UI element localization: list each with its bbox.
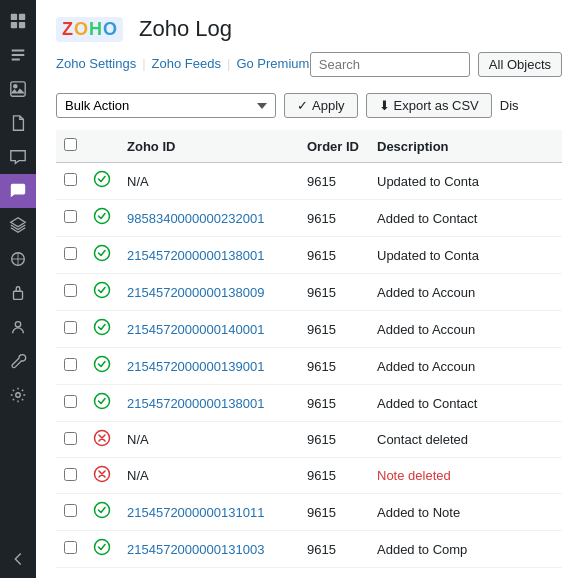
select-all-checkbox[interactable] xyxy=(64,138,77,151)
row-status-cell xyxy=(85,385,119,422)
table-row: N/A9615Contact deleted xyxy=(56,422,562,458)
sidebar-item-dashboard[interactable] xyxy=(0,4,36,38)
sidebar-item-media[interactable] xyxy=(0,72,36,106)
table-row: N/A9615Note deleted xyxy=(56,458,562,494)
row-zoho-id: 2154572000000138001 xyxy=(119,385,299,422)
row-description: Updated to Conta xyxy=(369,237,562,274)
zoho-id-link[interactable]: 2154572000000138001 xyxy=(127,248,264,263)
row-description: Added to Accoun xyxy=(369,311,562,348)
row-checkbox[interactable] xyxy=(64,247,77,260)
svg-point-11 xyxy=(95,209,110,224)
row-zoho-id: 2154572000000138009 xyxy=(119,274,299,311)
search-row: All Objects xyxy=(310,52,562,77)
nav-zoho-feeds[interactable]: Zoho Feeds xyxy=(152,56,221,71)
svg-point-4 xyxy=(13,84,17,89)
all-objects-button[interactable]: All Objects xyxy=(478,52,562,77)
sidebar-item-settings[interactable] xyxy=(0,378,36,412)
row-description: Note deleted xyxy=(369,458,562,494)
export-csv-button[interactable]: ⬇ Export as CSV xyxy=(366,93,492,118)
sidebar xyxy=(0,0,36,578)
svg-point-12 xyxy=(95,246,110,261)
nav-links: Zoho Settings | Zoho Feeds | Go Premium xyxy=(56,56,309,71)
zoho-id-link[interactable]: 2154572000000138009 xyxy=(127,285,264,300)
row-checkbox-cell xyxy=(56,531,85,568)
main-content: ZOHO Zoho Log Zoho Settings | Zoho Feeds… xyxy=(36,0,582,578)
sidebar-item-comments[interactable] xyxy=(0,140,36,174)
zoho-id-link[interactable]: 2154572000000138001 xyxy=(127,396,264,411)
row-checkbox-cell xyxy=(56,422,85,458)
svg-rect-7 xyxy=(14,291,23,299)
row-order-id: 9615 xyxy=(299,237,369,274)
row-checkbox[interactable] xyxy=(64,504,77,517)
svg-point-9 xyxy=(16,393,21,398)
row-status-cell xyxy=(85,200,119,237)
row-checkbox[interactable] xyxy=(64,321,77,334)
header-description: Description xyxy=(369,130,562,163)
sidebar-item-posts[interactable] xyxy=(0,38,36,72)
status-icon xyxy=(93,211,111,228)
svg-point-13 xyxy=(95,283,110,298)
row-order-id: 9615 xyxy=(299,311,369,348)
logo-o2: O xyxy=(103,19,117,40)
sidebar-item-woocommerce[interactable] xyxy=(0,174,36,208)
apply-button[interactable]: ✓ Apply xyxy=(284,93,358,118)
row-description: Added to Contact xyxy=(369,200,562,237)
svg-point-14 xyxy=(95,320,110,335)
row-description: Added to Note xyxy=(369,494,562,531)
row-checkbox[interactable] xyxy=(64,541,77,554)
sidebar-item-appearance[interactable] xyxy=(0,242,36,276)
header-zoho-id: Zoho ID xyxy=(119,130,299,163)
dis-label: Dis xyxy=(500,98,519,113)
row-zoho-id: N/A xyxy=(119,458,299,494)
sidebar-collapse[interactable] xyxy=(0,542,36,576)
row-description: Added to Accoun xyxy=(369,274,562,311)
row-checkbox-cell xyxy=(56,237,85,274)
search-input[interactable] xyxy=(310,52,470,77)
row-order-id: 9615 xyxy=(299,494,369,531)
table-row: 21545720000001390019615Added to Accoun xyxy=(56,348,562,385)
header-checkbox-cell xyxy=(56,130,85,163)
row-checkbox[interactable] xyxy=(64,395,77,408)
zoho-logo: ZOHO xyxy=(56,17,123,42)
bulk-action-select[interactable]: Bulk Action xyxy=(56,93,276,118)
zoho-id-link[interactable]: 2154572000000139001 xyxy=(127,359,264,374)
table-row: 21545720000001310119615Added to Note xyxy=(56,494,562,531)
page-title: Zoho Log xyxy=(139,16,232,42)
sidebar-item-users[interactable] xyxy=(0,310,36,344)
sidebar-item-products[interactable] xyxy=(0,208,36,242)
sidebar-item-pages[interactable] xyxy=(0,106,36,140)
nav-sep-1: | xyxy=(142,56,145,71)
row-order-id: 9615 xyxy=(299,274,369,311)
row-status-cell xyxy=(85,348,119,385)
nav-zoho-settings[interactable]: Zoho Settings xyxy=(56,56,136,71)
svg-point-10 xyxy=(95,172,110,187)
row-checkbox[interactable] xyxy=(64,173,77,186)
row-zoho-id: 2154572000000131003 xyxy=(119,531,299,568)
row-order-id: 9615 xyxy=(299,458,369,494)
table-row: 21545720000001310039615Added to Comp xyxy=(56,531,562,568)
checkmark-icon: ✓ xyxy=(297,98,308,113)
row-checkbox[interactable] xyxy=(64,468,77,481)
row-zoho-id: 2154572000000131011 xyxy=(119,494,299,531)
row-description: Added to Contact xyxy=(369,385,562,422)
row-status-cell xyxy=(85,422,119,458)
row-description: Added to Comp xyxy=(369,531,562,568)
row-status-cell xyxy=(85,494,119,531)
row-checkbox[interactable] xyxy=(64,358,77,371)
logo-o1: O xyxy=(74,19,88,40)
row-status-cell xyxy=(85,531,119,568)
row-checkbox[interactable] xyxy=(64,284,77,297)
nav-go-premium[interactable]: Go Premium xyxy=(236,56,309,71)
zoho-id-link[interactable]: 2154572000000140001 xyxy=(127,322,264,337)
sidebar-item-plugins[interactable] xyxy=(0,276,36,310)
zoho-id-link[interactable]: 2154572000000131011 xyxy=(127,505,264,520)
zoho-id-link[interactable]: 2154572000000131003 xyxy=(127,542,264,557)
svg-rect-3 xyxy=(19,22,25,28)
svg-point-19 xyxy=(95,503,110,518)
row-order-id: 9615 xyxy=(299,200,369,237)
row-checkbox[interactable] xyxy=(64,432,77,445)
row-checkbox[interactable] xyxy=(64,210,77,223)
status-icon xyxy=(93,471,111,486)
sidebar-item-tools[interactable] xyxy=(0,344,36,378)
zoho-id-link[interactable]: 9858340000000232001 xyxy=(127,211,264,226)
